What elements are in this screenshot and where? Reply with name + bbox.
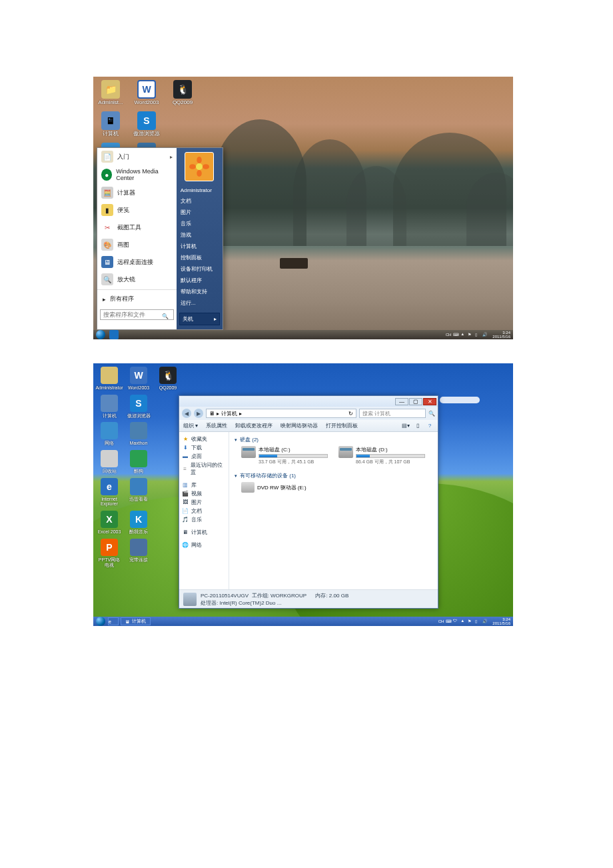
taskbar-clock[interactable]: 3:24 2011/5/16	[492, 617, 510, 625]
sidebar-network[interactable]: 🌐网络	[181, 541, 227, 549]
start-right-default-programs[interactable]: 默认程序	[177, 275, 223, 286]
shutdown-button[interactable]: 关机 ▸	[179, 313, 220, 325]
start-item-sticky-notes[interactable]: ▮ 便笺	[97, 201, 177, 219]
desktop-icon[interactable]: Administrator	[97, 367, 122, 391]
tray-keyboard-icon[interactable]: ⌨	[453, 332, 458, 337]
minimize-button[interactable]: —	[395, 398, 408, 405]
sidebar-videos[interactable]: 🎬视频	[181, 489, 227, 498]
desktop-icon-computer[interactable]: 🖥 计算机	[97, 111, 125, 137]
taskbar-ie-icon[interactable]: e	[108, 617, 119, 625]
desktop-icon-qq[interactable]: 🐧 QQ2009	[169, 80, 197, 106]
ime-indicator[interactable]: CH	[446, 333, 452, 337]
section-hard-drives[interactable]: 硬盘 (2)	[235, 436, 432, 443]
toolbar-system-properties[interactable]: 系统属性	[206, 422, 227, 429]
desktop-icon[interactable]: 网络	[97, 422, 122, 446]
section-removable[interactable]: 有可移动存储的设备 (1)	[235, 472, 432, 479]
start-all-programs[interactable]: ▸ 所有程序	[97, 291, 177, 307]
start-item-getting-started[interactable]: 📄 入门 ▸	[97, 148, 177, 165]
sidebar-pictures[interactable]: 🖼图片	[181, 498, 227, 507]
sidebar-documents[interactable]: 📄文档	[181, 507, 227, 515]
window-titlebar[interactable]: — ▢ ✕	[179, 396, 438, 407]
tray-network-icon[interactable]: ▯	[475, 619, 480, 624]
start-right-control-panel[interactable]: 控制面板	[177, 252, 223, 263]
start-right-pictures[interactable]: 图片	[177, 207, 223, 218]
forward-button[interactable]: ▶	[194, 409, 203, 418]
dvd-drive[interactable]: DVD RW 驱动器 (E:)	[241, 482, 432, 493]
start-right-user[interactable]: Administrator	[177, 185, 223, 195]
desktop-icon[interactable]: eInternet Explorer	[97, 478, 122, 507]
start-item-magnifier[interactable]: 🔍 放大镜	[97, 271, 177, 288]
desktop-icon[interactable]: S傲游浏览器	[126, 395, 151, 419]
help-button[interactable]: ?	[426, 422, 434, 430]
start-right-help[interactable]: 帮助和支持	[177, 286, 223, 297]
start-button[interactable]	[96, 617, 105, 626]
refresh-icon[interactable]: ↻	[348, 411, 353, 417]
start-button[interactable]	[96, 330, 105, 339]
start-item-snipping-tool[interactable]: ✂ 截图工具	[97, 219, 177, 236]
drive-d[interactable]: 本地磁盘 (D:) 86.4 GB 可用，共 107 GB	[338, 446, 425, 465]
taskbar-app-computer[interactable]: 🖥 计算机	[121, 617, 151, 625]
ime-indicator[interactable]: CH	[438, 619, 444, 623]
tray-volume-icon[interactable]: 🔊	[482, 332, 488, 337]
view-mode-button[interactable]: ▤▾	[402, 422, 410, 430]
start-item-paint[interactable]: 🎨 画图	[97, 236, 177, 253]
start-item-calculator[interactable]: 🧮 计算器	[97, 184, 177, 201]
toolbar-map-drive[interactable]: 映射网络驱动器	[281, 422, 318, 429]
breadcrumb-segment[interactable]: 计算机	[221, 410, 237, 417]
tray-network-icon[interactable]: ▯	[475, 332, 480, 337]
desktop-icon[interactable]: 🐧QQ2009	[155, 367, 181, 391]
sidebar-recent[interactable]: ≡最近访问的位置	[181, 461, 227, 477]
desktop-icon[interactable]: Maxthon	[126, 422, 151, 446]
sidebar-libraries-header[interactable]: ▥库	[181, 481, 227, 489]
taskbar-clock[interactable]: 3:24 2011/5/16	[492, 331, 510, 339]
start-right-music[interactable]: 音乐	[177, 218, 223, 229]
tray-volume-icon[interactable]: 🔊	[482, 619, 488, 624]
desktop-icon[interactable]: XExcel 2003	[97, 511, 122, 535]
maximize-button[interactable]: ▢	[409, 398, 422, 405]
tray-flag-icon[interactable]: ▲	[460, 619, 466, 624]
desktop-icon-administrator[interactable]: 📁 Administ...	[97, 80, 125, 106]
desktop-icon[interactable]: K酷我音乐	[126, 511, 151, 535]
toolbar-control-panel[interactable]: 打开控制面板	[326, 422, 358, 429]
sidebar-downloads[interactable]: ⬇下载	[181, 443, 227, 452]
back-button[interactable]: ◀	[182, 409, 191, 418]
dvd-icon	[241, 482, 255, 493]
tray-flag2-icon[interactable]: ⚑	[468, 619, 473, 624]
desktop-icon[interactable]: 回收站	[97, 450, 122, 474]
sidebar-music[interactable]: 🎵音乐	[181, 515, 227, 524]
sidebar-desktop[interactable]: ▬桌面	[181, 452, 227, 461]
tray-shield-icon[interactable]: 🛡	[453, 619, 458, 624]
sidebar-favorites-header[interactable]: ★收藏夹	[181, 435, 227, 443]
desktop-icon-word[interactable]: W Word2003	[133, 80, 161, 106]
desktop-icon[interactable]: PPPTV网络电视	[97, 539, 122, 567]
breadcrumb[interactable]: 🖥 ▸ 计算机 ▸ ↻	[206, 409, 356, 418]
tray-flag-icon[interactable]: ▲	[460, 332, 466, 337]
toolbar-uninstall[interactable]: 卸载或更改程序	[235, 422, 273, 429]
preview-pane-button[interactable]: ▯	[414, 422, 422, 430]
start-item-media-center[interactable]: ● Windows Media Center	[97, 165, 177, 184]
explorer-search-input[interactable]: 搜索 计算机	[359, 409, 426, 418]
desktop-icon[interactable]: 宽带连接	[126, 539, 151, 567]
mountain-decor	[213, 119, 306, 246]
desktop-icon[interactable]: 迅雷看看	[126, 478, 151, 507]
desktop-icon[interactable]: WWord2003	[126, 367, 151, 391]
start-right-games[interactable]: 游戏	[177, 229, 223, 241]
start-right-documents[interactable]: 文档	[177, 195, 223, 207]
desktop-icon-maxthon-blue[interactable]: S 傲游浏览器	[133, 111, 161, 137]
taskbar-ie-icon[interactable]	[109, 330, 119, 339]
start-right-run[interactable]: 运行...	[177, 297, 223, 309]
close-button[interactable]: ✕	[423, 398, 436, 405]
desktop-icon[interactable]: 酷狗	[126, 450, 151, 474]
tray-flag2-icon[interactable]: ⚑	[468, 332, 473, 337]
user-avatar[interactable]	[185, 152, 214, 181]
desktop-icon[interactable]: 计算机	[97, 395, 122, 419]
toolbar-organize[interactable]: 组织 ▾	[183, 422, 198, 429]
start-right-devices[interactable]: 设备和打印机	[177, 263, 223, 275]
tray-keyboard-icon[interactable]: ⌨	[446, 619, 451, 624]
desktop-icon-label: 宽带连接	[129, 557, 148, 563]
start-item-remote-desktop[interactable]: 🖥 远程桌面连接	[97, 253, 177, 271]
sidebar-computer[interactable]: 🖥计算机	[181, 528, 227, 537]
word-icon: W	[137, 80, 156, 99]
drive-c[interactable]: 本地磁盘 (C:) 33.7 GB 可用，共 45.1 GB	[241, 446, 328, 465]
start-right-computer[interactable]: 计算机	[177, 241, 223, 252]
